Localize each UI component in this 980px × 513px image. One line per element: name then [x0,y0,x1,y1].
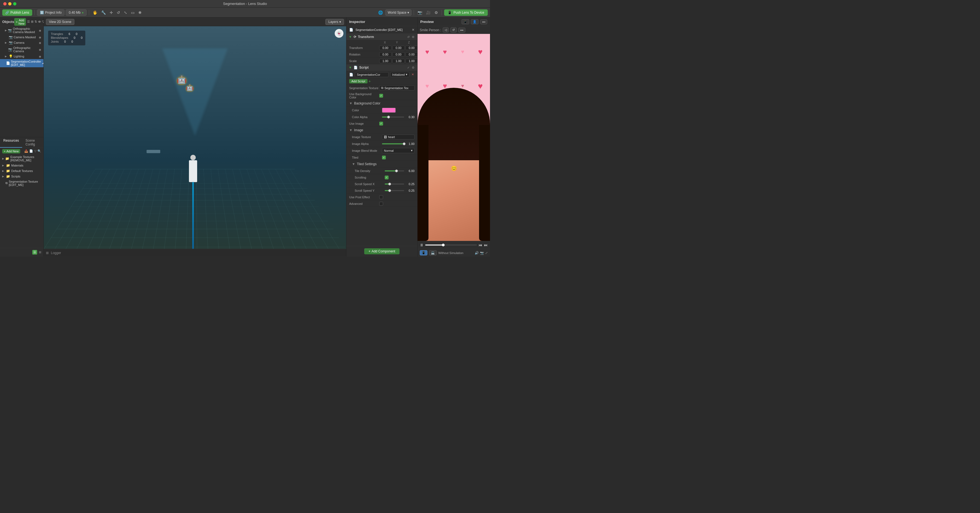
rect-tool-button[interactable]: ▭ [130,10,136,16]
preview-more-btn[interactable]: ••• [480,19,487,24]
transform-reset-btn[interactable]: ↺ [407,35,410,39]
resource-default-textures[interactable]: ▶ 📁 Default Textures [0,168,43,174]
viewport-canvas[interactable]: 🤖 🤖 👻 [44,26,346,249]
rotation-z[interactable] [406,52,417,57]
filter-icon2[interactable]: ▽ [34,149,37,153]
tiled-settings-section[interactable]: ▼ Tiled Settings [347,161,417,167]
sim-screen-btn[interactable]: 📱 [420,250,427,255]
image-alpha-slider[interactable]: 1.00 [382,142,415,145]
script-status-dropdown[interactable]: Initialized ▾ [390,72,409,77]
camera-sim-icon[interactable]: 📷 [480,251,484,255]
seg-texture-ref[interactable]: ⧉ Segmentation Tex [379,85,415,91]
tile-density-thumb[interactable] [395,170,398,172]
tab-scene-config[interactable]: Scene Config [22,137,43,148]
position-z[interactable] [406,46,417,50]
image-alpha-thumb[interactable] [403,142,406,145]
world-space-button[interactable]: World Space ▾ [385,9,412,16]
scroll-y-thumb[interactable] [388,189,391,192]
hand-tool-button[interactable]: 🖐 [91,10,99,16]
next-person-btn[interactable]: ↺ [450,27,457,33]
expand-icon[interactable]: ⊞ [46,251,49,255]
color-alpha-thumb[interactable] [387,116,390,118]
add-new-resource-button[interactable]: + Add New [2,149,20,153]
move-tool-button[interactable]: ✛ [108,10,114,16]
inspector-scroll[interactable]: ▼ ⟳ Transform ↺ ⚙ X Y Z Transform [347,33,417,246]
transform-section-header[interactable]: ▼ ⟳ Transform ↺ ⚙ [347,33,417,40]
skip-back-button[interactable]: ⏮ [479,243,482,247]
new-file-icon[interactable]: 📄 [29,149,33,153]
resource-seg-texture[interactable]: ⧉ Segmentation Texture [EDIT_ME] [0,179,43,187]
tile-density-slider[interactable]: 6.00 [385,169,415,172]
tree-item-lighting[interactable]: ▶ 💡 Lighting ◉ [0,54,43,59]
expand-sim-icon[interactable]: ⤢ [485,251,488,255]
rotation-x[interactable] [379,52,391,57]
bg-color-section[interactable]: ▼ Background Color [347,100,417,107]
add-component-button[interactable]: + Add Component [364,248,400,254]
image-section[interactable]: ▼ Image [347,127,417,134]
script-settings-btn[interactable]: ⚙ [411,66,415,70]
scale-tool-button[interactable]: ⤡ [123,10,129,16]
extra-tool-button[interactable]: ❋ [137,10,143,16]
resource-materials[interactable]: ▶ 📁 Materials [0,163,43,168]
file-size-button[interactable]: 0.40 Mb ● [65,9,87,16]
import-icon[interactable]: 📥 [24,149,28,153]
list-view-icon[interactable]: ☰ [27,20,30,24]
add-script-button[interactable]: Add Script [349,79,368,83]
prev-person-btn[interactable]: ◁ [443,27,449,33]
color-swatch[interactable] [382,108,396,113]
scrolling-checkbox[interactable]: ✓ [385,175,388,179]
scroll-x-slider[interactable]: 0.25 [385,182,415,186]
tree-item-cam-masked[interactable]: 📷 Camera Masked ◉ [0,35,43,40]
playback-progress[interactable] [425,244,477,245]
blend-mode-dropdown[interactable]: Normal ▾ [382,148,415,153]
close-button[interactable] [3,2,6,5]
rotate-tool-button[interactable]: ↺ [115,10,121,16]
maximize-button[interactable] [13,2,16,5]
sort-icon[interactable]: ⇅ [35,20,37,24]
preview-screen-btn[interactable]: 📱 [461,19,469,24]
position-x[interactable] [379,46,391,50]
skip-forward-button[interactable]: ⏭ [484,243,488,247]
use-bg-color-checkbox[interactable]: ✓ [379,94,383,98]
scale-y[interactable] [392,59,405,63]
position-y[interactable] [392,46,405,50]
project-info-button[interactable]: ℹ️ Project Info [37,9,65,16]
minimize-button[interactable] [8,2,11,5]
tree-item-camera[interactable]: ▶ 📷 Camera ◉ [0,40,43,45]
tiled-checkbox[interactable]: ✓ [382,156,386,159]
grid-view-icon[interactable]: ⊞ [31,20,33,24]
layers-button[interactable]: Layers ▾ [325,19,344,25]
volume-icon[interactable]: 🔊 [475,251,479,255]
scroll-y-slider[interactable]: 0.25 [385,189,415,192]
rotation-y[interactable] [392,52,405,57]
settings-icon[interactable]: ⚙ [433,10,439,16]
scroll-x-thumb[interactable] [388,183,391,185]
image-texture-ref[interactable]: 🖼 heart [382,135,415,139]
preview-person-btn[interactable]: 👤 [471,19,479,24]
sim-device-btn[interactable]: 💻 [429,250,437,255]
tree-item-seg-controller[interactable]: 📄 SegmentationController [EDIT_ME] ✔ [0,59,43,67]
script-section-header[interactable]: ▼ 📄 Script ✓ ⚙ [347,64,417,71]
person-more-btn[interactable]: ••• [458,28,465,33]
list-icon[interactable]: ☰ [32,250,37,255]
script-name-field[interactable]: SegmentationCor [355,72,388,77]
post-effect-checkbox[interactable] [379,195,383,199]
eye-icon[interactable]: 👁 [38,20,41,24]
advanced-checkbox[interactable] [379,202,383,206]
resource-scripts[interactable]: ▶ 📁 Scripts [0,174,43,179]
color-alpha-slider[interactable]: 0.30 [382,115,415,119]
script-check-btn[interactable]: ✓ [407,66,410,70]
add-new-object-button[interactable]: + Add New [14,18,26,26]
scale-z[interactable] [406,59,417,63]
pause-button[interactable]: ⏸ [420,243,423,247]
publish-lens-button[interactable]: 🔗 Publish Lens [2,9,32,16]
scale-x[interactable] [379,59,391,63]
grid-icon[interactable]: ⊞ [39,250,41,254]
script-delete-btn[interactable]: ✕ [411,73,415,76]
select-tool-button[interactable]: 🔧 [100,10,107,16]
snap-icon[interactable]: 📷 [416,10,423,16]
tab-resources[interactable]: Resources [0,137,22,148]
search-icon2[interactable]: 🔍 [37,149,41,153]
tree-item-ortho-cam-masked[interactable]: ▶ 📷 Orthographic Camera Masked ◉ [0,26,43,35]
use-image-checkbox[interactable]: ✓ [379,122,383,126]
